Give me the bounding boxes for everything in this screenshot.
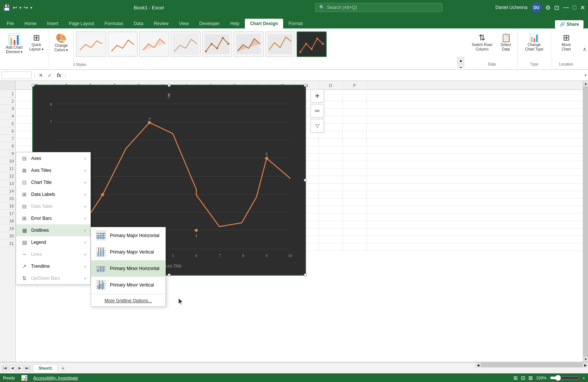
tab-help[interactable]: Help — [225, 19, 245, 28]
style-scroll-down[interactable]: ▼ — [458, 64, 464, 68]
chart-filter-panel-button[interactable]: ▽ — [310, 119, 324, 133]
sheet-nav-first[interactable]: |◀ — [2, 365, 8, 372]
cancel-formula-button[interactable]: ✕ — [37, 72, 45, 79]
cell[interactable] — [319, 154, 343, 161]
tab-chart-design[interactable]: Chart Design — [245, 19, 284, 28]
cell[interactable] — [319, 191, 343, 198]
cell[interactable] — [343, 116, 367, 123]
add-sheet-button[interactable]: + — [58, 364, 68, 373]
cell[interactable] — [319, 176, 343, 183]
formula-expand-icon[interactable]: ▾ — [585, 73, 586, 77]
cell[interactable] — [319, 228, 343, 236]
menu-item-legend[interactable]: ▤ Legend › — [16, 236, 90, 248]
cell[interactable] — [319, 169, 343, 176]
cell[interactable] — [319, 213, 343, 221]
chart-style-panel-button[interactable]: ✏ — [310, 104, 324, 118]
chart-style-6[interactable] — [234, 31, 264, 57]
save-icon[interactable]: 💾 — [3, 4, 10, 11]
menu-item-gridlines[interactable]: ▦ Gridlines › — [16, 224, 90, 236]
gridline-primary-minor-horizontal[interactable]: Primary Minor Horizontal — [91, 260, 165, 277]
scroll-down-button[interactable]: ▼ — [583, 357, 588, 362]
sheet-tab-sheet1[interactable]: Sheet1 — [33, 364, 58, 372]
chart-handle-bm[interactable] — [168, 273, 171, 276]
cell[interactable] — [343, 228, 367, 236]
col-o[interactable]: O — [319, 81, 343, 90]
chart-style-4[interactable] — [171, 31, 201, 57]
tab-data[interactable]: Data — [129, 19, 148, 28]
zoom-in-icon[interactable]: + — [583, 376, 585, 380]
chart-style-8[interactable] — [297, 31, 327, 57]
chart-handle-mr[interactable] — [304, 179, 307, 182]
switch-row-column-button[interactable]: ⇅ Switch Row/Column — [470, 31, 495, 53]
tab-page-layout[interactable]: Page Layout — [63, 19, 99, 28]
tab-insert[interactable]: Insert — [42, 19, 63, 28]
quick-layout-button[interactable]: ⊞ QuickLayout ▾ — [27, 31, 46, 53]
cell[interactable] — [343, 206, 367, 213]
sheet-nav-next[interactable]: ▶ — [16, 365, 23, 372]
gridline-primary-major-vertical[interactable]: Primary Major Vertical — [91, 244, 165, 260]
cell[interactable] — [343, 94, 367, 101]
scroll-up-button[interactable]: ▲ — [583, 81, 588, 86]
chart-handle-tr[interactable] — [304, 84, 307, 87]
menu-item-data-table[interactable]: ⊟ Data Table › — [16, 200, 90, 212]
gridline-primary-minor-vertical[interactable]: Primary Minor Vertical — [91, 277, 165, 293]
cell[interactable] — [343, 139, 367, 146]
menu-item-error-bars[interactable]: ⊞ Error Bars › — [16, 212, 90, 224]
confirm-formula-button[interactable]: ✓ — [46, 72, 54, 79]
tab-format[interactable]: Format — [283, 19, 308, 28]
scroll-thumb-vertical[interactable] — [583, 86, 588, 357]
fx-button[interactable]: fx — [55, 72, 63, 79]
restore-icon[interactable]: ⊡ — [554, 4, 559, 11]
col-p[interactable]: P — [343, 81, 367, 90]
cell[interactable] — [343, 236, 367, 243]
tab-file[interactable]: File — [2, 19, 19, 28]
chart-style-3[interactable] — [139, 31, 169, 57]
scroll-left-button[interactable]: ◀ — [476, 363, 481, 368]
cell[interactable] — [343, 109, 367, 116]
cell[interactable] — [343, 191, 367, 198]
menu-item-axis-titles[interactable]: ⊠ Axis Titles › — [16, 164, 90, 176]
minimize-button[interactable]: — — [563, 4, 569, 11]
redo-icon[interactable]: ↪ — [24, 4, 28, 10]
cell[interactable] — [343, 131, 367, 138]
customize-qat-icon[interactable]: ▾ — [30, 6, 32, 10]
cell[interactable] — [319, 139, 343, 146]
move-chart-button[interactable]: ⊞ MoveChart — [558, 31, 574, 53]
menu-item-chart-title[interactable]: ⊡ Chart Title › — [16, 176, 90, 188]
scroll-right-button[interactable]: ▶ — [583, 363, 588, 368]
tab-home[interactable]: Home — [19, 19, 42, 28]
more-gridline-options[interactable]: More Gridline Options... — [91, 295, 165, 306]
menu-item-trendline[interactable]: ↗ Trendline › — [16, 260, 90, 272]
search-input[interactable] — [327, 5, 431, 10]
name-box[interactable] — [2, 72, 32, 79]
vertical-scrollbar[interactable]: ▲ ▼ — [583, 81, 588, 362]
horizontal-scrollbar[interactable]: ◀ ▶ — [476, 362, 588, 367]
chart-handle-tl[interactable] — [32, 84, 34, 87]
cell[interactable] — [343, 176, 367, 183]
ribbon-collapse-button[interactable]: ∧ — [581, 30, 588, 68]
add-chart-element-button[interactable]: 📊 Add ChartElement ▾ — [3, 31, 26, 56]
maximize-button[interactable]: □ — [573, 4, 576, 11]
close-button[interactable]: ✕ — [580, 4, 585, 11]
search-box[interactable]: 🔍 — [315, 3, 442, 12]
zoom-slider[interactable] — [550, 375, 580, 381]
style-scroll-up[interactable]: ▲ — [458, 57, 464, 64]
chart-handle-tm[interactable] — [168, 84, 171, 87]
view-normal-button[interactable]: ⊞ — [513, 375, 518, 381]
cell[interactable] — [343, 101, 367, 108]
chart-handle-br[interactable] — [304, 273, 307, 276]
tab-formulas[interactable]: Formulas — [99, 19, 129, 28]
cell[interactable] — [343, 243, 367, 251]
cell[interactable] — [319, 206, 343, 213]
chart-style-1[interactable] — [76, 31, 106, 57]
undo-icon[interactable]: ↩ — [13, 4, 17, 10]
menu-item-up-down-bars[interactable]: ⇅ Up/Down Bars › — [16, 272, 90, 284]
cell[interactable] — [343, 124, 367, 131]
select-data-button[interactable]: 📋 SelectData — [498, 31, 514, 53]
accessibility-label[interactable]: Accessibility: Investigate — [33, 376, 78, 380]
undo-dropdown-icon[interactable]: ▾ — [20, 6, 21, 10]
cell[interactable] — [319, 146, 343, 153]
chart-style-5[interactable] — [202, 31, 232, 57]
cell[interactable] — [319, 243, 343, 251]
menu-item-data-labels[interactable]: ⊞ Data Labels › — [16, 188, 90, 200]
